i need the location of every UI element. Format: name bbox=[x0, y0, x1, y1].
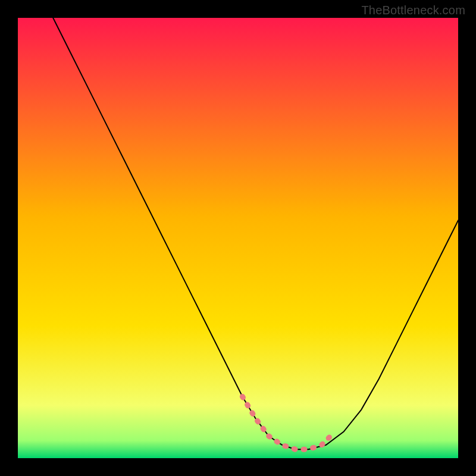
watermark-text: TheBottleneck.com bbox=[361, 4, 465, 17]
chart-frame: TheBottleneck.com bbox=[0, 0, 476, 476]
gradient-background bbox=[18, 18, 458, 458]
plot-area bbox=[18, 18, 458, 458]
plot-svg bbox=[18, 18, 458, 458]
